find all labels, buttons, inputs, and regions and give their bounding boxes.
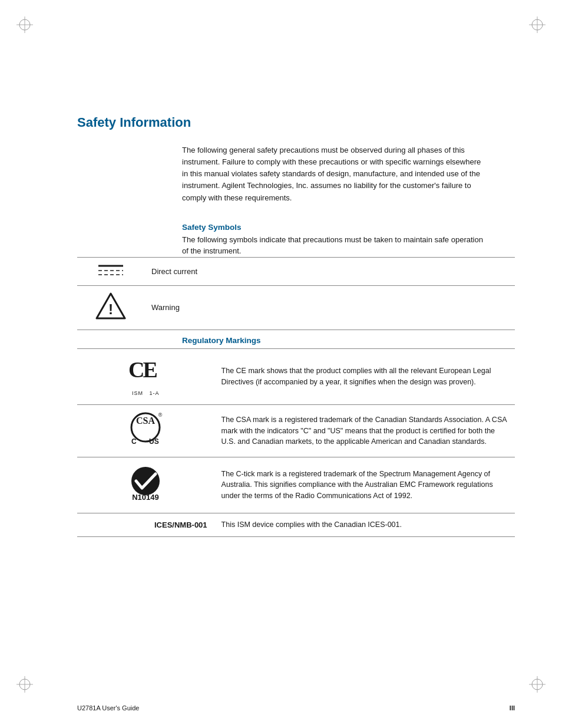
- table-row: ! Warning: [77, 286, 515, 330]
- ices-label: ICES/NMB-001: [154, 521, 207, 529]
- table-row: ICES/NMB-001 This ISM device complies wi…: [77, 513, 515, 537]
- regulatory-markings-section: Regulatory Markings CE: [77, 330, 515, 538]
- ices-icon-cell: ICES/NMB-001: [77, 513, 214, 537]
- corner-mark-bl: [16, 676, 33, 693]
- ism-label: ISM 1-A: [122, 390, 169, 398]
- ce-description: The CE mark shows that the product compl…: [214, 348, 515, 405]
- warning-icon-cell: !: [77, 286, 144, 330]
- ctick-icon-cell: N10149: [77, 457, 214, 513]
- safety-symbols-section: Safety Symbols The following symbols ind…: [77, 223, 515, 330]
- ctick-mark-icon: N10149: [122, 463, 169, 507]
- svg-text:®: ®: [158, 412, 163, 418]
- content-area: Safety Information The following general…: [77, 0, 515, 537]
- ices-description: This ISM device complies with the Canadi…: [214, 513, 515, 537]
- page-title: Safety Information: [77, 115, 515, 130]
- dc-description: Direct current: [144, 257, 515, 286]
- ctick-description: The C-tick mark is a registered trademar…: [214, 457, 515, 513]
- warning-description: Warning: [144, 286, 515, 330]
- warning-icon: !: [84, 292, 137, 324]
- safety-symbols-intro: The following symbols indicate that prec…: [182, 234, 488, 257]
- safety-symbols-title: Safety Symbols: [182, 223, 515, 232]
- svg-text:C: C: [131, 437, 137, 446]
- table-row: N10149 The C-tick mark is a registered t…: [77, 457, 515, 513]
- symbols-table: Direct current ! Warning: [77, 257, 515, 330]
- footer: U2781A User's Guide III: [0, 704, 562, 711]
- footer-guide-label: U2781A User's Guide: [77, 704, 139, 711]
- footer-page-number: III: [510, 704, 515, 711]
- svg-text:!: !: [108, 301, 113, 317]
- csa-mark-icon: CSA ® C US: [122, 411, 169, 451]
- intro-paragraph: The following general safety precautions…: [182, 144, 488, 204]
- svg-text:US: US: [149, 437, 159, 446]
- svg-text:CSA: CSA: [136, 416, 155, 426]
- dc-icon-cell: [77, 257, 144, 286]
- table-row: CE ISM 1-A The CE mark shows that the pr…: [77, 348, 515, 405]
- table-row: CSA ® C US The CSA mark is a registered …: [77, 405, 515, 457]
- corner-mark-br: [529, 676, 546, 693]
- corner-mark-tl: [16, 17, 33, 33]
- corner-mark-tr: [529, 17, 546, 33]
- svg-text:CE: CE: [128, 357, 157, 382]
- csa-description: The CSA mark is a registered trademark o…: [214, 405, 515, 457]
- page: Safety Information The following general…: [0, 0, 562, 728]
- dc-icon: [84, 263, 137, 280]
- ce-mark-icon: CE ISM 1-A: [122, 355, 169, 398]
- regulatory-table: CE ISM 1-A The CE mark shows that the pr…: [77, 348, 515, 538]
- table-row: Direct current: [77, 257, 515, 286]
- csa-icon-cell: CSA ® C US: [77, 405, 214, 457]
- svg-text:N10149: N10149: [133, 493, 160, 502]
- regulatory-title: Regulatory Markings: [182, 330, 515, 345]
- ce-icon-cell: CE ISM 1-A: [77, 348, 214, 405]
